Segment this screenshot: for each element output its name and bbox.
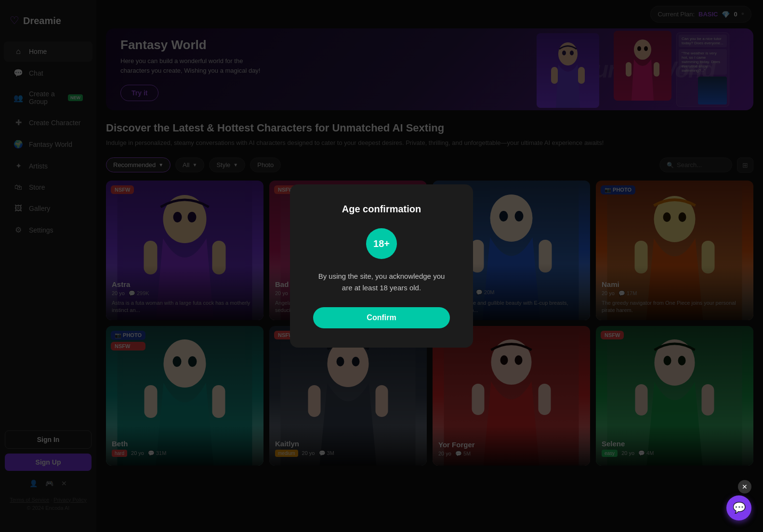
modal-title: Age confirmation [313, 204, 450, 215]
modal-message: By using the site, you acknowledge you a… [313, 271, 450, 294]
close-button[interactable]: ✕ [738, 480, 751, 493]
age-badge: 18+ [366, 228, 397, 259]
close-icon: ✕ [742, 483, 748, 491]
age-confirmation-modal: Age confirmation 18+ By using the site, … [290, 184, 473, 348]
modal-overlay: Age confirmation 18+ By using the site, … [0, 0, 763, 532]
chat-bubble-icon: 💬 [733, 502, 746, 514]
confirm-button[interactable]: Confirm [313, 307, 450, 328]
chat-bubble-button[interactable]: 💬 [726, 495, 751, 520]
